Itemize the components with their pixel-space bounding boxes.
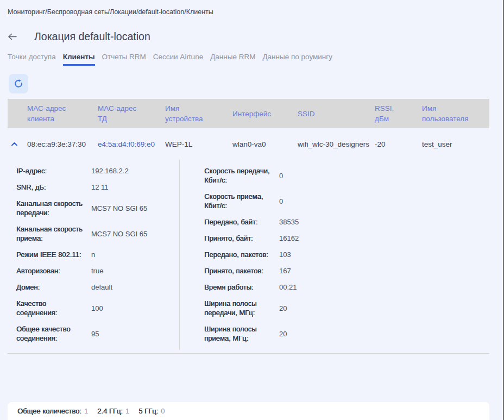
cell-ssid: wifi_wlc-30_designers: [298, 140, 375, 148]
detail-snr: SNR, дБ: 12 11: [16, 183, 179, 192]
detail-rx-bandwidth: Ширина полосы приема, МГц: 20: [204, 324, 489, 343]
detail-rx-packets: Принято, пакетов: 167: [204, 266, 489, 275]
detail-common-link-quality: Общее качество соединения: 95: [16, 324, 179, 343]
detail-rx-rate: Скорость приема, Кбит/с: 0: [204, 192, 489, 210]
clients-table: МАС-адрес клиента МАС-адрес ТД Имя устро…: [8, 99, 489, 354]
col-client-mac[interactable]: МАС-адрес клиента: [27, 103, 98, 124]
tab-rrm-data[interactable]: Данные RRM: [210, 53, 255, 66]
chevron-up-icon: [11, 141, 18, 148]
detail-ieee-mode: Режим IEEE 802.11: n: [16, 250, 179, 259]
summary-5-ghz: 5 ГГц: 0: [138, 407, 165, 415]
col-device-name[interactable]: Имя устройства: [165, 103, 232, 124]
col-interface[interactable]: Интерфейс: [232, 109, 298, 119]
tab-roaming-data[interactable]: Данные по роумингу: [262, 53, 332, 66]
tab-clients[interactable]: Клиенты: [63, 53, 95, 66]
col-ap-mac[interactable]: МАС-адрес ТД: [98, 103, 165, 124]
cell-interface: wlan0-va0: [232, 140, 298, 148]
cell-client-mac: 08:ec:a9:3e:37:30: [27, 140, 98, 148]
tab-rrm-reports[interactable]: Отчеты RRM: [102, 53, 146, 66]
tab-bar: Точки доступа Клиенты Отчеты RRM Сессии …: [8, 51, 489, 66]
detail-domain: Домен: default: [16, 283, 179, 292]
tab-airtune-sessions[interactable]: Сессии Airtune: [153, 53, 203, 66]
refresh-icon: [14, 79, 23, 89]
breadcrumb: Мониторинг/Беспроводная сеть/Локации/def…: [8, 0, 489, 16]
detail-tx-bandwidth: Ширина полосы передачи, МГц: 20: [204, 299, 489, 317]
tab-access-points[interactable]: Точки доступа: [8, 53, 56, 66]
detail-tx-channel-rate: Канальная скорость передачи: MCS7 NO SGI…: [16, 199, 179, 217]
page-title: Локация default-location: [34, 30, 150, 43]
col-ssid[interactable]: SSID: [298, 109, 375, 119]
col-username[interactable]: Имя пользователя: [422, 103, 489, 124]
detail-tx-packets: Передано, пакетов: 103: [204, 250, 489, 259]
cell-rssi: -20: [375, 140, 422, 148]
detail-ip-address: IP-адрес: 192.168.2.2: [16, 166, 179, 175]
detail-tx-rate: Скорость передачи, Кбит/с: 0: [204, 166, 489, 185]
detail-uptime: Время работы: 00:21: [204, 283, 489, 292]
cell-username: test_user: [422, 140, 489, 148]
detail-authorized: Авторизован: true: [16, 266, 179, 275]
detail-rx-channel-rate: Канальная скорость приема: MCS7 NO SGI 6…: [16, 224, 179, 243]
detail-rx-bytes: Принято, байт: 16162: [204, 234, 489, 243]
col-rssi[interactable]: RSSI, дБм: [375, 103, 422, 124]
collapse-row-button[interactable]: [8, 141, 27, 148]
table-row[interactable]: 08:ec:a9:3e:37:30 e4:5a:d4:f0:69:e0 WEP-…: [8, 128, 489, 160]
clients-summary-bar: Общее количество: 1 2.4 ГГц: 1 5 ГГц: 0: [8, 402, 489, 420]
back-arrow-icon[interactable]: [8, 33, 25, 41]
cell-device-name: WEP-1L: [165, 140, 232, 148]
summary-2-4-ghz: 2.4 ГГц: 1: [97, 407, 129, 415]
refresh-button[interactable]: [9, 74, 28, 93]
detail-link-quality: Качество соединения: 100: [16, 299, 179, 317]
client-details-panel: IP-адрес: 192.168.2.2 SNR, дБ: 12 11 Кан…: [8, 160, 489, 354]
detail-tx-bytes: Передано, байт: 38535: [204, 217, 489, 227]
table-header: МАС-адрес клиента МАС-адрес ТД Имя устро…: [8, 99, 489, 128]
summary-total: Общее количество: 1: [17, 407, 88, 415]
cell-ap-mac-link[interactable]: e4:5a:d4:f0:69:e0: [98, 140, 165, 148]
